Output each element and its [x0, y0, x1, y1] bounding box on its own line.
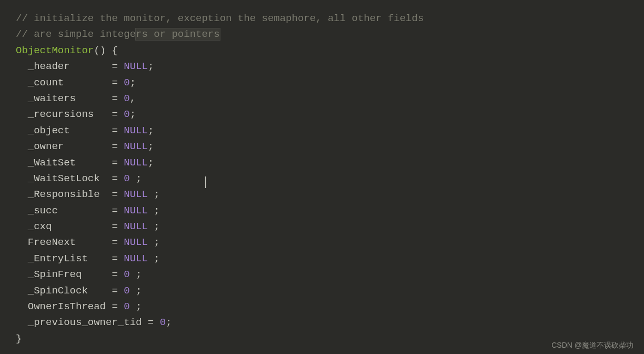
equals: = — [112, 61, 124, 72]
equals: = — [112, 141, 124, 152]
field-value: NULL — [124, 157, 148, 169]
code-line: // initialize the monitor, exception the… — [16, 11, 628, 26]
code-line: _count = 0; — [16, 75, 628, 91]
terminator: ; — [130, 301, 142, 312]
code-line: _recursions = 0; — [16, 106, 628, 122]
field-value: 0 — [124, 77, 129, 88]
equals: = — [112, 205, 124, 217]
field-name: _cxq — [28, 221, 52, 232]
close-paren: ) — [100, 45, 106, 56]
field-name: _header — [28, 61, 70, 72]
field-value: 0 — [124, 93, 129, 104]
equals: = — [112, 189, 124, 200]
field-name: _previous_owner_tid — [28, 317, 142, 328]
field-value: 0 — [124, 173, 129, 184]
equals: = — [112, 269, 124, 280]
equals: = — [112, 93, 124, 104]
field-name: _EntryList — [28, 253, 88, 264]
field-value: 0 — [124, 301, 129, 312]
field-name: _owner — [28, 141, 64, 152]
selection-highlight: rs or pointers — [136, 28, 220, 40]
code-line: _waiters = 0, — [16, 91, 628, 106]
comment: // initialize the monitor, exception the… — [16, 13, 424, 24]
code-line: _WaitSet = NULL; — [16, 155, 628, 171]
code-line: _SpinFreq = 0 ; — [16, 267, 628, 282]
code-line: _succ = NULL ; — [16, 203, 628, 219]
field-name: _SpinClock — [28, 285, 88, 297]
field-name: _WaitSetLock — [28, 173, 100, 184]
field-name: _count — [28, 77, 64, 88]
equals: = — [148, 317, 160, 328]
equals: = — [112, 237, 124, 248]
field-value: NULL — [124, 125, 148, 136]
code-line: FreeNext = NULL ; — [16, 234, 628, 250]
field-name: OwnerIsThread — [28, 301, 106, 312]
code-line: ObjectMonitor() { — [16, 43, 628, 58]
equals: = — [112, 285, 124, 297]
field-value: NULL — [124, 189, 148, 200]
terminator: ; — [148, 189, 160, 200]
open-paren: ( — [94, 45, 99, 56]
field-name: _SpinFreq — [28, 269, 82, 280]
field-name: _succ — [28, 205, 58, 217]
open-brace: { — [106, 45, 118, 56]
field-value: NULL — [124, 205, 148, 217]
field-name: _object — [28, 125, 70, 136]
field-name: _waiters — [28, 93, 76, 104]
code-line: } — [16, 331, 628, 347]
field-value: 0 — [124, 109, 129, 120]
terminator: ; — [148, 61, 154, 72]
close-brace: } — [16, 333, 22, 345]
field-value: NULL — [124, 141, 148, 152]
terminator: ; — [148, 157, 154, 169]
code-line: _WaitSetLock = 0 ; — [16, 171, 628, 186]
text-cursor — [205, 176, 206, 188]
terminator: ; — [130, 285, 142, 297]
terminator: ; — [166, 317, 172, 328]
code-line: _previous_owner_tid = 0; — [16, 314, 628, 330]
field-name: FreeNext — [28, 237, 76, 248]
equals: = — [112, 125, 124, 136]
field-name: _WaitSet — [28, 157, 76, 169]
equals: = — [112, 109, 124, 120]
equals: = — [112, 173, 124, 184]
field-value: 0 — [160, 317, 166, 328]
field-name: _Responsible — [28, 189, 100, 200]
terminator: ; — [148, 253, 160, 264]
field-name: _recursions — [28, 109, 94, 120]
terminator: ; — [130, 109, 136, 120]
terminator: ; — [148, 221, 160, 232]
code-line: _cxq = NULL ; — [16, 219, 628, 234]
field-value: 0 — [124, 269, 129, 280]
code-line: OwnerIsThread = 0 ; — [16, 299, 628, 314]
terminator: , — [130, 93, 136, 104]
code-line: _header = NULL; — [16, 58, 628, 74]
field-value: 0 — [124, 285, 129, 297]
field-value: NULL — [124, 237, 148, 248]
field-value: NULL — [124, 253, 148, 264]
equals: = — [112, 157, 124, 169]
code-line: _owner = NULL; — [16, 139, 628, 154]
terminator: ; — [148, 125, 154, 136]
equals: = — [112, 221, 124, 232]
code-line: // are simple integers or pointers — [16, 26, 628, 42]
code-line: _EntryList = NULL ; — [16, 251, 628, 267]
terminator: ; — [148, 205, 160, 217]
equals: = — [112, 77, 124, 88]
terminator: ; — [130, 77, 136, 88]
comment: // are simple integers or pointers — [16, 28, 220, 40]
code-line: _SpinClock = 0 ; — [16, 283, 628, 299]
field-value: NULL — [124, 221, 148, 232]
terminator: ; — [148, 237, 160, 248]
code-editor[interactable]: // initialize the monitor, exception the… — [16, 11, 628, 347]
watermark-text: CSDN @魔道不误砍柴功 — [551, 339, 633, 351]
equals: = — [112, 253, 124, 264]
code-line: _Responsible = NULL ; — [16, 186, 628, 202]
terminator: ; — [130, 269, 142, 280]
function-name: ObjectMonitor — [16, 45, 94, 56]
code-line: _object = NULL; — [16, 123, 628, 139]
equals: = — [112, 301, 124, 312]
field-value: NULL — [124, 61, 148, 72]
terminator: ; — [130, 173, 142, 184]
terminator: ; — [148, 141, 154, 152]
